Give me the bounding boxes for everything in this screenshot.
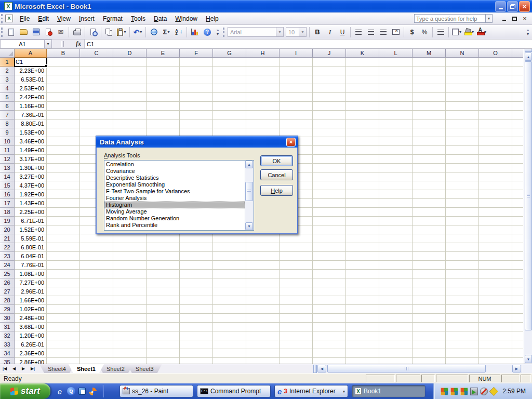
cell-n28[interactable] [446, 296, 479, 305]
cell-e25[interactable] [147, 270, 180, 278]
cell-b16[interactable] [47, 190, 80, 199]
cell-f35[interactable] [180, 358, 213, 364]
cell-f5[interactable] [180, 93, 213, 102]
cell-partial[interactable] [512, 314, 523, 323]
row-header-16[interactable]: 16 [0, 190, 15, 199]
cell-i7[interactable] [280, 111, 313, 119]
cell-l24[interactable] [379, 261, 413, 270]
cell-g6[interactable] [213, 102, 246, 111]
merge-center-button[interactable] [390, 26, 402, 38]
cell-n34[interactable] [446, 349, 479, 358]
cell-n10[interactable] [446, 137, 479, 146]
cell-n21[interactable] [446, 234, 479, 243]
menu-item-window[interactable]: Window [171, 13, 202, 24]
align-center-button[interactable] [365, 26, 377, 38]
cell-l21[interactable] [379, 234, 413, 243]
internet-explorer-icon[interactable] [56, 387, 64, 395]
cell-partial[interactable] [512, 102, 523, 111]
taskbar-button-internet-explorer[interactable]: 3Internet Explorer▾ [274, 385, 348, 397]
cell-j16[interactable] [313, 190, 346, 199]
cell-b24[interactable] [47, 261, 80, 270]
cell-n24[interactable] [446, 261, 479, 270]
cell-g3[interactable] [213, 75, 246, 84]
cell-e3[interactable] [147, 75, 180, 84]
cell-a23[interactable]: 6.04E-01 [15, 252, 47, 261]
cell-j21[interactable] [313, 234, 346, 243]
cell-e22[interactable] [147, 243, 180, 252]
cell-m20[interactable] [413, 225, 446, 234]
cell-a34[interactable]: 2.36E+00 [15, 349, 47, 358]
align-right-button[interactable] [378, 26, 389, 38]
cell-b22[interactable] [47, 243, 80, 252]
row-header-13[interactable]: 13 [0, 164, 15, 172]
app-grid-2-icon[interactable] [450, 388, 458, 395]
next-sheet-icon[interactable]: ▶ [19, 364, 28, 373]
cell-l1[interactable] [379, 58, 413, 66]
cell-d4[interactable] [113, 84, 147, 93]
cell-k2[interactable] [346, 66, 379, 75]
cell-m15[interactable] [413, 181, 446, 190]
cell-m10[interactable] [413, 137, 446, 146]
row-header-22[interactable]: 22 [0, 243, 15, 252]
cell-partial[interactable] [512, 252, 523, 261]
cell-h32[interactable] [246, 331, 280, 340]
cell-h1[interactable] [246, 58, 280, 66]
cell-n27[interactable] [446, 287, 479, 296]
cell-k6[interactable] [346, 102, 379, 111]
cell-h7[interactable] [246, 111, 280, 119]
help-question-input[interactable] [414, 14, 486, 23]
cell-o17[interactable] [479, 199, 512, 208]
cell-d7[interactable] [113, 111, 147, 119]
cell-k29[interactable] [346, 305, 379, 314]
cell-f24[interactable] [180, 261, 213, 270]
workbook-restore-button[interactable] [510, 15, 518, 22]
row-header-4[interactable]: 4 [0, 84, 15, 93]
cell-m3[interactable] [413, 75, 446, 84]
cell-m2[interactable] [413, 66, 446, 75]
cell-e7[interactable] [147, 111, 180, 119]
cell-h26[interactable] [246, 278, 280, 287]
cell-f3[interactable] [180, 75, 213, 84]
cell-n19[interactable] [446, 217, 479, 225]
cell-c30[interactable] [80, 314, 113, 323]
cell-g23[interactable] [213, 252, 246, 261]
cell-j14[interactable] [313, 172, 346, 181]
cell-b30[interactable] [47, 314, 80, 323]
cell-o12[interactable] [479, 155, 512, 164]
cell-i25[interactable] [280, 270, 313, 278]
cell-partial[interactable] [512, 58, 523, 66]
row-header-20[interactable]: 20 [0, 225, 15, 234]
cell-l2[interactable] [379, 66, 413, 75]
cell-h2[interactable] [246, 66, 280, 75]
cell-i5[interactable] [280, 93, 313, 102]
underline-button[interactable]: U [337, 26, 348, 38]
cell-k12[interactable] [346, 155, 379, 164]
cell-f6[interactable] [180, 102, 213, 111]
cell-h22[interactable] [246, 243, 280, 252]
cell-f30[interactable] [180, 314, 213, 323]
cell-o31[interactable] [479, 323, 512, 331]
cell-h8[interactable] [246, 119, 280, 128]
cell-b8[interactable] [47, 119, 80, 128]
cell-partial[interactable] [512, 270, 523, 278]
cell-l33[interactable] [379, 340, 413, 349]
cell-f2[interactable] [180, 66, 213, 75]
cell-i23[interactable] [280, 252, 313, 261]
cell-n16[interactable] [446, 190, 479, 199]
row-header-31[interactable]: 31 [0, 323, 15, 331]
cell-partial[interactable] [512, 340, 523, 349]
column-header-n[interactable]: N [446, 49, 479, 58]
cell-b14[interactable] [47, 172, 80, 181]
cell-h4[interactable] [246, 84, 280, 93]
cell-l6[interactable] [379, 102, 413, 111]
autosum-button[interactable]: Σ▾ [161, 26, 172, 38]
cell-j24[interactable] [313, 261, 346, 270]
tool-option-fourier-analysis[interactable]: Fourier Analysis [104, 195, 245, 202]
cell-m28[interactable] [413, 296, 446, 305]
cell-d21[interactable] [113, 234, 147, 243]
cell-n18[interactable] [446, 208, 479, 217]
cell-k24[interactable] [346, 261, 379, 270]
cell-h6[interactable] [246, 102, 280, 111]
cell-partial[interactable] [512, 75, 523, 84]
cell-partial[interactable] [512, 111, 523, 119]
